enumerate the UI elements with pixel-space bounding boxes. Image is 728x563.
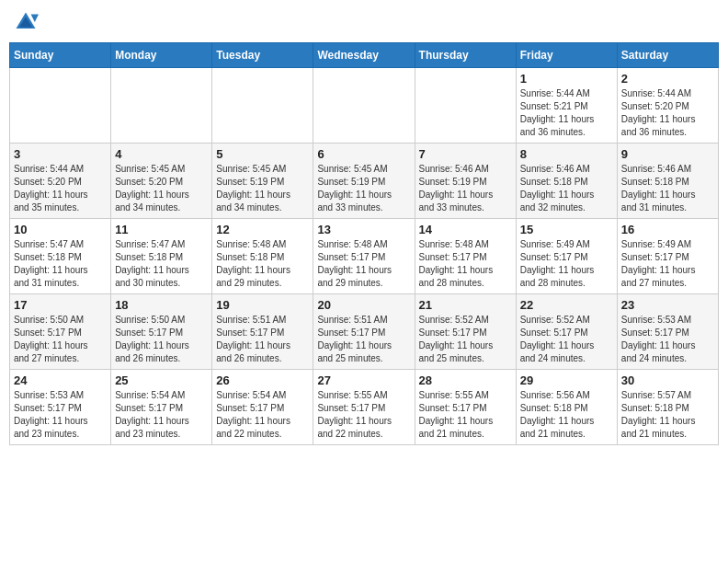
day-info: Sunrise: 5:57 AM Sunset: 5:18 PM Dayligh… xyxy=(621,389,714,441)
calendar-cell xyxy=(212,68,313,144)
day-info: Sunrise: 5:45 AM Sunset: 5:19 PM Dayligh… xyxy=(317,163,410,214)
day-number: 22 xyxy=(520,298,613,312)
logo-icon xyxy=(13,9,39,35)
day-number: 12 xyxy=(216,223,309,236)
day-number: 4 xyxy=(115,147,208,161)
day-number: 16 xyxy=(621,223,714,236)
day-number: 8 xyxy=(520,147,613,161)
calendar-cell: 2Sunrise: 5:44 AM Sunset: 5:20 PM Daylig… xyxy=(617,68,718,144)
col-header-wednesday: Wednesday xyxy=(313,43,415,68)
day-number: 27 xyxy=(317,373,410,387)
day-number: 9 xyxy=(621,147,714,161)
day-number: 26 xyxy=(216,373,309,387)
day-number: 2 xyxy=(621,72,714,86)
day-info: Sunrise: 5:50 AM Sunset: 5:17 PM Dayligh… xyxy=(14,314,107,365)
day-info: Sunrise: 5:46 AM Sunset: 5:19 PM Dayligh… xyxy=(419,163,512,214)
calendar-cell: 1Sunrise: 5:44 AM Sunset: 5:21 PM Daylig… xyxy=(516,68,617,144)
calendar-cell: 7Sunrise: 5:46 AM Sunset: 5:19 PM Daylig… xyxy=(415,144,516,219)
calendar-cell: 19Sunrise: 5:51 AM Sunset: 5:17 PM Dayli… xyxy=(212,294,313,370)
calendar-cell: 24Sunrise: 5:53 AM Sunset: 5:17 PM Dayli… xyxy=(10,370,111,445)
day-number: 21 xyxy=(419,298,512,312)
day-number: 20 xyxy=(317,298,410,312)
calendar-cell: 29Sunrise: 5:56 AM Sunset: 5:18 PM Dayli… xyxy=(516,370,617,445)
calendar-cell xyxy=(313,68,415,144)
day-number: 28 xyxy=(419,373,512,387)
day-number: 5 xyxy=(216,147,309,161)
day-number: 10 xyxy=(14,223,107,236)
day-info: Sunrise: 5:44 AM Sunset: 5:20 PM Dayligh… xyxy=(621,87,714,139)
day-info: Sunrise: 5:50 AM Sunset: 5:17 PM Dayligh… xyxy=(115,314,208,365)
day-number: 15 xyxy=(520,223,613,236)
day-info: Sunrise: 5:51 AM Sunset: 5:17 PM Dayligh… xyxy=(317,314,410,365)
day-info: Sunrise: 5:48 AM Sunset: 5:17 PM Dayligh… xyxy=(317,238,410,290)
day-info: Sunrise: 5:53 AM Sunset: 5:17 PM Dayligh… xyxy=(14,389,107,441)
day-info: Sunrise: 5:49 AM Sunset: 5:17 PM Dayligh… xyxy=(520,238,613,290)
day-info: Sunrise: 5:44 AM Sunset: 5:21 PM Dayligh… xyxy=(520,87,613,139)
day-number: 18 xyxy=(115,298,208,312)
day-info: Sunrise: 5:45 AM Sunset: 5:19 PM Dayligh… xyxy=(216,163,309,214)
day-number: 7 xyxy=(419,147,512,161)
calendar-cell xyxy=(111,68,212,144)
calendar-cell: 22Sunrise: 5:52 AM Sunset: 5:17 PM Dayli… xyxy=(516,294,617,370)
day-info: Sunrise: 5:51 AM Sunset: 5:17 PM Dayligh… xyxy=(216,314,309,365)
calendar-cell: 3Sunrise: 5:44 AM Sunset: 5:20 PM Daylig… xyxy=(10,144,111,219)
calendar-cell: 23Sunrise: 5:53 AM Sunset: 5:17 PM Dayli… xyxy=(617,294,718,370)
calendar-cell xyxy=(10,68,111,144)
col-header-monday: Monday xyxy=(111,43,212,68)
calendar-cell: 30Sunrise: 5:57 AM Sunset: 5:18 PM Dayli… xyxy=(617,370,718,445)
calendar-cell: 13Sunrise: 5:48 AM Sunset: 5:17 PM Dayli… xyxy=(313,219,415,294)
day-info: Sunrise: 5:54 AM Sunset: 5:17 PM Dayligh… xyxy=(115,389,208,441)
day-info: Sunrise: 5:56 AM Sunset: 5:18 PM Dayligh… xyxy=(520,389,613,441)
day-info: Sunrise: 5:52 AM Sunset: 5:17 PM Dayligh… xyxy=(419,314,512,365)
page-header xyxy=(9,9,719,35)
calendar-cell: 14Sunrise: 5:48 AM Sunset: 5:17 PM Dayli… xyxy=(415,219,516,294)
day-number: 3 xyxy=(14,147,107,161)
calendar-cell xyxy=(415,68,516,144)
day-number: 30 xyxy=(621,373,714,387)
day-info: Sunrise: 5:49 AM Sunset: 5:17 PM Dayligh… xyxy=(621,238,714,290)
calendar-cell: 10Sunrise: 5:47 AM Sunset: 5:18 PM Dayli… xyxy=(10,219,111,294)
calendar-table: SundayMondayTuesdayWednesdayThursdayFrid… xyxy=(9,42,719,445)
svg-marker-2 xyxy=(31,15,39,22)
day-info: Sunrise: 5:46 AM Sunset: 5:18 PM Dayligh… xyxy=(520,163,613,214)
col-header-thursday: Thursday xyxy=(415,43,516,68)
calendar-cell: 12Sunrise: 5:48 AM Sunset: 5:18 PM Dayli… xyxy=(212,219,313,294)
day-info: Sunrise: 5:47 AM Sunset: 5:18 PM Dayligh… xyxy=(115,238,208,290)
day-number: 11 xyxy=(115,223,208,236)
calendar-cell: 18Sunrise: 5:50 AM Sunset: 5:17 PM Dayli… xyxy=(111,294,212,370)
calendar-cell: 17Sunrise: 5:50 AM Sunset: 5:17 PM Dayli… xyxy=(10,294,111,370)
day-info: Sunrise: 5:48 AM Sunset: 5:17 PM Dayligh… xyxy=(419,238,512,290)
day-info: Sunrise: 5:52 AM Sunset: 5:17 PM Dayligh… xyxy=(520,314,613,365)
calendar-cell: 25Sunrise: 5:54 AM Sunset: 5:17 PM Dayli… xyxy=(111,370,212,445)
day-info: Sunrise: 5:45 AM Sunset: 5:20 PM Dayligh… xyxy=(115,163,208,214)
day-number: 24 xyxy=(14,373,107,387)
calendar-cell: 8Sunrise: 5:46 AM Sunset: 5:18 PM Daylig… xyxy=(516,144,617,219)
calendar-cell: 21Sunrise: 5:52 AM Sunset: 5:17 PM Dayli… xyxy=(415,294,516,370)
day-number: 14 xyxy=(419,223,512,236)
calendar-cell: 16Sunrise: 5:49 AM Sunset: 5:17 PM Dayli… xyxy=(617,219,718,294)
day-info: Sunrise: 5:47 AM Sunset: 5:18 PM Dayligh… xyxy=(14,238,107,290)
day-info: Sunrise: 5:54 AM Sunset: 5:17 PM Dayligh… xyxy=(216,389,309,441)
day-info: Sunrise: 5:46 AM Sunset: 5:18 PM Dayligh… xyxy=(621,163,714,214)
day-number: 19 xyxy=(216,298,309,312)
col-header-tuesday: Tuesday xyxy=(212,43,313,68)
day-number: 23 xyxy=(621,298,714,312)
day-number: 29 xyxy=(520,373,613,387)
day-number: 17 xyxy=(14,298,107,312)
calendar-cell: 15Sunrise: 5:49 AM Sunset: 5:17 PM Dayli… xyxy=(516,219,617,294)
day-info: Sunrise: 5:55 AM Sunset: 5:17 PM Dayligh… xyxy=(317,389,410,441)
col-header-friday: Friday xyxy=(516,43,617,68)
col-header-saturday: Saturday xyxy=(617,43,718,68)
calendar-cell: 11Sunrise: 5:47 AM Sunset: 5:18 PM Dayli… xyxy=(111,219,212,294)
day-number: 25 xyxy=(115,373,208,387)
day-info: Sunrise: 5:44 AM Sunset: 5:20 PM Dayligh… xyxy=(14,163,107,214)
calendar-cell: 5Sunrise: 5:45 AM Sunset: 5:19 PM Daylig… xyxy=(212,144,313,219)
calendar-cell: 6Sunrise: 5:45 AM Sunset: 5:19 PM Daylig… xyxy=(313,144,415,219)
day-info: Sunrise: 5:55 AM Sunset: 5:17 PM Dayligh… xyxy=(419,389,512,441)
calendar-cell: 26Sunrise: 5:54 AM Sunset: 5:17 PM Dayli… xyxy=(212,370,313,445)
calendar-cell: 20Sunrise: 5:51 AM Sunset: 5:17 PM Dayli… xyxy=(313,294,415,370)
calendar-cell: 4Sunrise: 5:45 AM Sunset: 5:20 PM Daylig… xyxy=(111,144,212,219)
day-number: 13 xyxy=(317,223,410,236)
calendar-cell: 9Sunrise: 5:46 AM Sunset: 5:18 PM Daylig… xyxy=(617,144,718,219)
day-number: 1 xyxy=(520,72,613,86)
